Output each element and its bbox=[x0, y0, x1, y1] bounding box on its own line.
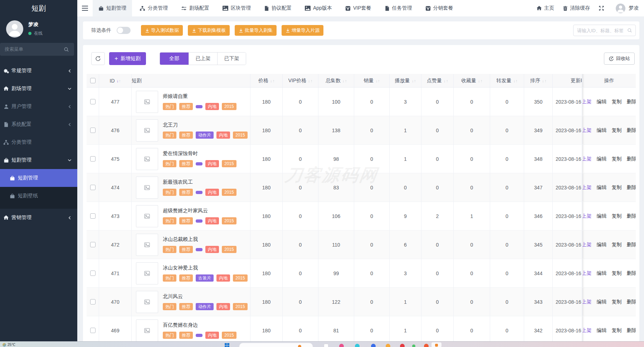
sort-icons[interactable]: ↓↑ bbox=[542, 79, 546, 83]
sidebar-item-8[interactable]: 营销管理 bbox=[0, 209, 77, 227]
weather-widget[interactable]: 25℃ bbox=[3, 343, 15, 347]
action-2[interactable]: 复制 bbox=[612, 299, 622, 305]
row-checkbox[interactable] bbox=[90, 213, 96, 219]
action-0[interactable]: 上架 bbox=[582, 99, 592, 105]
action-1[interactable]: 编辑 bbox=[597, 327, 607, 334]
row-checkbox[interactable] bbox=[90, 128, 96, 133]
sidebar-item-4[interactable]: 分类管理 bbox=[0, 133, 77, 151]
taskbar-app-icon[interactable] bbox=[400, 344, 405, 347]
row-checkbox[interactable] bbox=[90, 299, 96, 304]
taskbar-app-icon[interactable] bbox=[371, 344, 376, 347]
action-1[interactable]: 编辑 bbox=[597, 213, 607, 219]
action-0[interactable]: 上架 bbox=[582, 156, 592, 162]
action-1[interactable]: 编辑 bbox=[597, 156, 607, 162]
sort-icons[interactable]: ↓↑ bbox=[513, 79, 518, 83]
action-3[interactable]: 删除 bbox=[627, 270, 636, 277]
sort-icons[interactable]: ↓↑ bbox=[342, 79, 347, 83]
action-3[interactable]: 删除 bbox=[627, 127, 636, 134]
sort-icons[interactable]: ↓↑ bbox=[376, 79, 380, 83]
action-0[interactable]: 上架 bbox=[582, 127, 592, 134]
sort-icons[interactable]: ↓↑ bbox=[444, 79, 448, 83]
status-tab-1[interactable]: 已上架 bbox=[189, 53, 217, 65]
tab-1[interactable]: 分类管理 bbox=[134, 0, 174, 16]
refresh-button[interactable] bbox=[91, 52, 105, 65]
action-1[interactable]: 编辑 bbox=[597, 184, 607, 191]
action-1[interactable]: 编辑 bbox=[597, 299, 607, 305]
table-search-input[interactable] bbox=[577, 28, 627, 33]
import-button-1[interactable]: 下载剧集模板 bbox=[188, 25, 230, 36]
status-tab-0[interactable]: 全部 bbox=[160, 53, 189, 65]
taskbar-app-icon[interactable] bbox=[386, 344, 390, 347]
tab-5[interactable]: App版本 bbox=[299, 0, 338, 16]
sidebar-item-2[interactable]: 用户管理 bbox=[0, 98, 77, 115]
action-2[interactable]: 复制 bbox=[612, 156, 622, 162]
sidebar-item-7[interactable]: 短剧壁纸 bbox=[0, 187, 77, 205]
sidebar-item-5[interactable]: 短剧管理 bbox=[0, 151, 77, 169]
tab-0[interactable]: 短剧管理 bbox=[93, 0, 132, 16]
sort-icons[interactable]: ↓↑ bbox=[117, 79, 121, 83]
sort-icons[interactable]: ↓↑ bbox=[270, 79, 274, 83]
sort-icons[interactable]: ↓↑ bbox=[478, 79, 482, 83]
filter-toggle[interactable] bbox=[117, 27, 131, 34]
action-3[interactable]: 删除 bbox=[627, 99, 636, 105]
row-checkbox[interactable] bbox=[90, 185, 96, 190]
sort-icons[interactable]: ↓↑ bbox=[412, 79, 416, 83]
menu-toggle-icon[interactable] bbox=[77, 0, 93, 16]
action-0[interactable]: 上架 bbox=[582, 327, 592, 334]
action-2[interactable]: 复制 bbox=[612, 327, 622, 334]
sidebar-search-input[interactable]: 搜索菜单 bbox=[0, 43, 74, 56]
tab-7[interactable]: 任务管理 bbox=[379, 0, 418, 16]
action-1[interactable]: 编辑 bbox=[597, 270, 607, 277]
tab-6[interactable]: VIP套餐 bbox=[340, 0, 377, 16]
taskbar-app-icon[interactable] bbox=[355, 344, 360, 347]
action-0[interactable]: 上架 bbox=[582, 270, 592, 277]
action-3[interactable]: 删除 bbox=[627, 299, 636, 305]
sort-icons[interactable]: ↓↑ bbox=[308, 79, 312, 83]
action-2[interactable]: 复制 bbox=[612, 184, 622, 191]
taskbar-active-app[interactable] bbox=[431, 342, 441, 347]
action-2[interactable]: 复制 bbox=[612, 213, 622, 219]
sidebar-item-0[interactable]: 常规管理 bbox=[0, 62, 77, 80]
status-tab-2[interactable]: 已下架 bbox=[217, 53, 246, 65]
action-1[interactable]: 编辑 bbox=[597, 242, 607, 248]
home-link[interactable]: 主页 bbox=[536, 5, 554, 11]
add-drama-button[interactable]: +新增短剧 bbox=[109, 52, 146, 65]
row-checkbox[interactable] bbox=[90, 328, 96, 333]
recycle-bin-button[interactable]: 回收站 bbox=[604, 53, 635, 65]
sidebar-item-1[interactable]: 剧场管理 bbox=[0, 80, 77, 98]
action-0[interactable]: 上架 bbox=[582, 184, 592, 191]
action-1[interactable]: 编辑 bbox=[597, 99, 607, 105]
action-2[interactable]: 复制 bbox=[612, 242, 622, 248]
action-3[interactable]: 删除 bbox=[627, 242, 636, 248]
fullscreen-button[interactable] bbox=[599, 5, 606, 11]
tab-4[interactable]: 协议配置 bbox=[258, 0, 297, 16]
topnav-username[interactable]: 梦凌 bbox=[629, 5, 639, 11]
taskbar-search[interactable] bbox=[239, 343, 313, 347]
row-checkbox[interactable] bbox=[90, 271, 96, 276]
taskbar-app-icon[interactable] bbox=[339, 344, 344, 347]
select-all-checkbox[interactable] bbox=[90, 78, 96, 83]
sidebar-item-6[interactable]: 短剧管理 bbox=[0, 169, 77, 187]
windows-start-icon[interactable] bbox=[225, 343, 230, 347]
tab-8[interactable]: 分销套餐 bbox=[420, 0, 459, 16]
taskbar-app-icon[interactable] bbox=[412, 344, 415, 347]
clear-cache-link[interactable]: 清除缓存 bbox=[563, 5, 590, 11]
action-0[interactable]: 上架 bbox=[582, 299, 592, 305]
taskbar-app-icon[interactable] bbox=[324, 344, 328, 347]
row-checkbox[interactable] bbox=[90, 156, 96, 162]
action-3[interactable]: 删除 bbox=[627, 213, 636, 219]
search-icon[interactable] bbox=[627, 28, 632, 33]
action-0[interactable]: 上架 bbox=[582, 213, 592, 219]
action-3[interactable]: 删除 bbox=[627, 156, 636, 162]
tab-3[interactable]: 区块管理 bbox=[217, 0, 257, 16]
row-checkbox[interactable] bbox=[90, 99, 96, 104]
import-button-2[interactable]: 批量导入剧集 bbox=[235, 25, 277, 36]
import-button-3[interactable]: 增量导入片源 bbox=[282, 25, 323, 36]
row-checkbox[interactable] bbox=[90, 242, 96, 247]
action-3[interactable]: 删除 bbox=[627, 184, 636, 191]
tab-2[interactable]: 剧场配置 bbox=[175, 0, 215, 16]
action-2[interactable]: 复制 bbox=[612, 127, 622, 134]
action-3[interactable]: 删除 bbox=[627, 327, 636, 334]
taskbar-app-icon[interactable] bbox=[424, 344, 429, 347]
topnav-avatar[interactable] bbox=[616, 4, 625, 13]
